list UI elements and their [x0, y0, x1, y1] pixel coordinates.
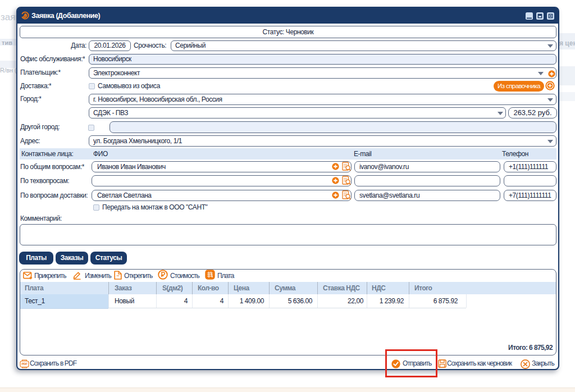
svg-text:PDF: PDF	[21, 362, 28, 366]
